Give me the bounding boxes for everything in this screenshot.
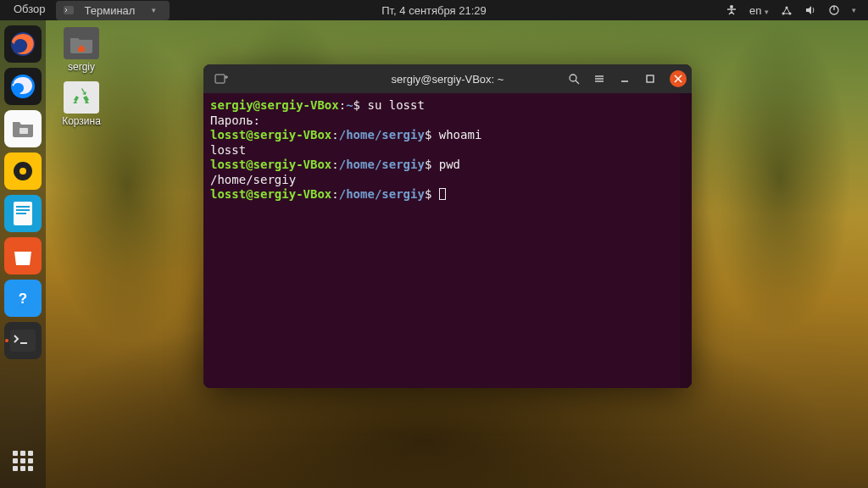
help-icon: ?: [12, 287, 34, 309]
terminal-icon: [63, 4, 75, 16]
dock-item-files[interactable]: [4, 110, 42, 147]
power-icon[interactable]: [828, 4, 840, 16]
svg-rect-9: [19, 128, 28, 134]
document-icon: [12, 201, 34, 226]
terminal-content[interactable]: sergiy@sergiy-VBox:~$ su losst Пароль: l…: [203, 93, 692, 388]
svg-line-24: [576, 80, 579, 84]
svg-point-11: [19, 168, 26, 175]
dock-item-rhythmbox[interactable]: [4, 152, 42, 190]
dock-item-help[interactable]: ?: [4, 280, 42, 317]
svg-rect-15: [16, 213, 26, 214]
recycle-icon: [71, 86, 92, 108]
app-menu-label: Терминал: [78, 3, 142, 19]
dock-item-writer[interactable]: [4, 195, 42, 232]
dock-item-thunderbird[interactable]: [4, 68, 42, 105]
app-menu-terminal[interactable]: Терминал ▾: [56, 1, 170, 20]
terminal-titlebar[interactable]: sergiy@sergiy-VBox: ~: [203, 64, 692, 93]
close-button[interactable]: [670, 70, 687, 87]
minimize-icon: [620, 74, 630, 84]
desktop-icon-label: sergiy: [56, 61, 107, 73]
clock[interactable]: Пт, 4 сентября 21:29: [381, 4, 487, 17]
grid-icon: [13, 451, 33, 471]
shopping-bag-icon: [11, 245, 35, 267]
dock: ?: [0, 20, 46, 488]
dock-item-firefox[interactable]: [4, 25, 42, 63]
maximize-icon: [645, 74, 655, 84]
dock-item-software[interactable]: [4, 237, 42, 274]
keyboard-layout-label: en: [749, 4, 761, 17]
activities-button[interactable]: Обзор: [7, 1, 53, 20]
chevron-down-icon: ▾: [145, 4, 163, 16]
search-button[interactable]: [563, 68, 585, 90]
window-title: sergiy@sergiy-VBox: ~: [392, 73, 504, 86]
top-panel: Обзор Терминал ▾ Пт, 4 сентября 21:29 en…: [0, 0, 868, 20]
svg-text:?: ?: [19, 291, 27, 307]
desktop-trash[interactable]: Корзина: [56, 81, 107, 127]
terminal-window: sergiy@sergiy-VBox: ~ sergiy@sergiy-VBox…: [203, 64, 692, 388]
volume-icon[interactable]: [804, 4, 816, 16]
svg-rect-20: [215, 75, 225, 83]
accessibility-icon[interactable]: [726, 4, 737, 16]
minimize-button[interactable]: [614, 68, 636, 90]
close-icon: [674, 75, 682, 83]
svg-rect-29: [647, 75, 654, 82]
chevron-down-icon: ▾: [852, 6, 856, 14]
search-icon: [568, 73, 580, 85]
home-folder-icon: [70, 33, 93, 53]
new-tab-icon: [214, 72, 228, 86]
desktop-icon-label: Корзина: [56, 115, 107, 127]
desktop-icons: sergiy Корзина: [56, 27, 107, 127]
svg-rect-13: [16, 206, 30, 208]
svg-point-23: [570, 75, 576, 81]
chevron-down-icon: ▾: [765, 8, 769, 16]
music-icon: [12, 160, 34, 182]
keyboard-layout-indicator[interactable]: en ▾: [749, 4, 769, 17]
hamburger-icon: [593, 73, 605, 85]
svg-rect-14: [16, 209, 30, 211]
firefox-icon: [8, 30, 37, 58]
svg-rect-18: [10, 330, 36, 352]
thunderbird-icon: [8, 72, 37, 101]
show-applications-button[interactable]: [4, 442, 42, 480]
hamburger-menu-button[interactable]: [588, 68, 610, 90]
dock-item-terminal[interactable]: [4, 322, 42, 359]
svg-rect-0: [64, 6, 74, 14]
terminal-icon: [10, 330, 36, 352]
maximize-button[interactable]: [639, 68, 661, 90]
network-icon[interactable]: [781, 4, 793, 16]
folder-icon: [11, 119, 35, 139]
new-tab-button[interactable]: [207, 67, 236, 91]
desktop-home-folder[interactable]: sergiy: [56, 27, 107, 73]
svg-point-1: [730, 5, 733, 8]
